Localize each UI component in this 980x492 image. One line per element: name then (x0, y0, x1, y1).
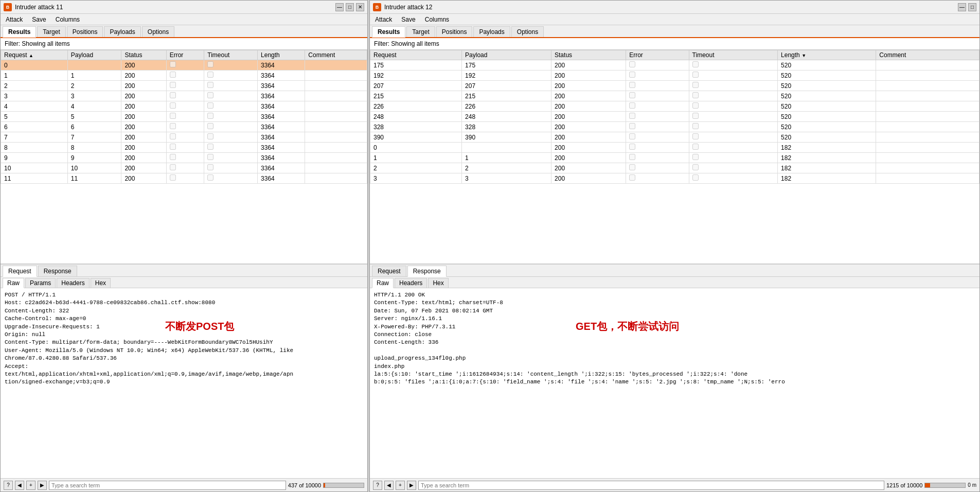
left-maximize-btn[interactable]: □ (346, 3, 354, 11)
right-next-btn[interactable]: ▶ (407, 481, 416, 490)
left-menu-save[interactable]: Save (30, 15, 48, 24)
left-col-request[interactable]: Request ▲ (1, 50, 68, 60)
right-tab-results[interactable]: Results (372, 26, 405, 38)
left-col-payload[interactable]: Payload (67, 50, 121, 60)
right-col-payload[interactable]: Payload (462, 50, 551, 60)
left-subtab-raw[interactable]: Raw (3, 278, 24, 288)
right-menu-save[interactable]: Save (399, 15, 417, 24)
left-table-row[interactable]: 7 7 200 3364 (1, 132, 367, 143)
right-split-section: Request Response Raw Headers Hex HTTP/1.… (370, 263, 979, 478)
left-table-row[interactable]: 2 2 200 3364 (1, 81, 367, 91)
left-resp-tab[interactable]: Response (38, 266, 77, 276)
left-table-row[interactable]: 6 6 200 3364 (1, 122, 367, 132)
right-search-input[interactable] (418, 481, 884, 490)
left-table-row[interactable]: 0 200 3364 (1, 60, 367, 71)
left-col-length[interactable]: Length (258, 50, 305, 60)
left-subtab-headers[interactable]: Headers (57, 278, 89, 288)
left-tab-payloads[interactable]: Payloads (104, 26, 140, 37)
left-table-container[interactable]: Request ▲ Payload Status Error Timeout L… (1, 50, 367, 263)
left-minimize-btn[interactable]: — (335, 3, 344, 11)
right-table-row[interactable]: 328 328 200 520 (370, 122, 979, 132)
left-cell-timeout (204, 101, 258, 112)
left-title-text: Intruder attack 11 (15, 4, 63, 11)
left-table-row[interactable]: 11 11 200 3364 (1, 173, 367, 184)
left-cell-error (166, 163, 204, 173)
right-cell-length: 182 (778, 163, 876, 173)
left-cell-request: 7 (1, 132, 68, 143)
right-cell-timeout (689, 163, 778, 173)
left-table-row[interactable]: 3 3 200 3364 (1, 91, 367, 101)
left-menu-attack[interactable]: Attack (4, 15, 25, 24)
left-next-btn[interactable]: ▶ (38, 481, 47, 490)
left-table-row[interactable]: 10 10 200 3364 (1, 163, 367, 173)
left-help-btn[interactable]: ? (4, 481, 13, 490)
right-table-row[interactable]: 192 192 200 520 (370, 71, 979, 81)
right-maximize-btn[interactable]: □ (968, 3, 976, 11)
right-cell-request: 2 (370, 163, 462, 173)
right-cell-status: 200 (551, 81, 626, 91)
right-table-row[interactable]: 175 175 200 520 (370, 60, 979, 71)
left-table-row[interactable]: 4 4 200 3364 (1, 101, 367, 112)
right-title: B Intruder attack 12 (373, 3, 432, 11)
left-table-row[interactable]: 9 9 200 3364 (1, 153, 367, 163)
left-menu-columns[interactable]: Columns (54, 15, 82, 24)
left-close-btn[interactable]: ✕ (356, 3, 364, 11)
left-col-status[interactable]: Status (121, 50, 166, 60)
left-subtab-params[interactable]: Params (25, 278, 56, 288)
left-col-error[interactable]: Error (166, 50, 204, 60)
left-col-timeout[interactable]: Timeout (204, 50, 258, 60)
right-req-tab[interactable]: Request (372, 266, 406, 276)
right-resp-tab[interactable]: Response (407, 266, 447, 277)
right-col-error[interactable]: Error (626, 50, 689, 60)
left-prev-btn[interactable]: ◀ (15, 481, 24, 490)
right-prev-btn[interactable]: ◀ (384, 481, 394, 490)
right-table-row[interactable]: 215 215 200 520 (370, 91, 979, 101)
left-table-row[interactable]: 8 8 200 3364 (1, 143, 367, 153)
left-req-tab[interactable]: Request (3, 266, 37, 277)
left-search-input[interactable] (49, 481, 286, 490)
right-add-btn[interactable]: + (396, 481, 405, 490)
left-cell-error (166, 60, 204, 71)
left-filter-bar: Filter: Showing all items (1, 38, 367, 50)
left-add-btn[interactable]: + (26, 481, 35, 490)
right-menu-columns[interactable]: Columns (423, 15, 451, 24)
right-tab-target[interactable]: Target (406, 26, 435, 37)
left-table-row[interactable]: 1 1 200 3364 (1, 71, 367, 81)
left-tab-positions[interactable]: Positions (67, 26, 103, 37)
right-col-comment[interactable]: Comment (876, 50, 979, 60)
right-table-row[interactable]: 3 3 200 182 (370, 173, 979, 184)
right-cell-length: 182 (778, 153, 876, 163)
left-tab-target[interactable]: Target (37, 26, 65, 37)
right-col-status[interactable]: Status (551, 50, 626, 60)
right-table-row[interactable]: 248 248 200 520 (370, 112, 979, 122)
right-subtab-headers[interactable]: Headers (395, 278, 427, 288)
right-table-row[interactable]: 390 390 200 520 (370, 132, 979, 143)
right-subtab-raw[interactable]: Raw (372, 278, 394, 288)
right-col-length[interactable]: Length ▼ (778, 50, 876, 60)
right-col-timeout[interactable]: Timeout (689, 50, 778, 60)
left-cell-comment (305, 173, 367, 184)
left-cell-error (166, 112, 204, 122)
right-menu-attack[interactable]: Attack (373, 15, 394, 24)
right-tab-payloads[interactable]: Payloads (473, 26, 510, 37)
right-minimize-btn[interactable]: — (958, 3, 966, 11)
right-help-btn[interactable]: ? (373, 481, 382, 490)
right-tab-positions[interactable]: Positions (436, 26, 473, 37)
right-table-row[interactable]: 2 2 200 182 (370, 163, 979, 173)
right-cell-timeout (689, 122, 778, 132)
right-table-row[interactable]: 207 207 200 520 (370, 81, 979, 91)
right-tab-options[interactable]: Options (511, 26, 544, 37)
left-cell-comment (305, 60, 367, 71)
right-table-row[interactable]: 1 1 200 182 (370, 153, 979, 163)
left-col-comment[interactable]: Comment (305, 50, 367, 60)
right-table-row[interactable]: 0 200 182 (370, 143, 979, 153)
right-subtab-hex[interactable]: Hex (428, 278, 448, 288)
left-subtab-hex[interactable]: Hex (91, 278, 111, 288)
left-table-row[interactable]: 5 5 200 3364 (1, 112, 367, 122)
right-table-container[interactable]: Request Payload Status Error Timeout Len… (370, 50, 979, 263)
left-cell-status: 200 (121, 153, 166, 163)
right-table-row[interactable]: 226 226 200 520 (370, 101, 979, 112)
right-col-request[interactable]: Request (370, 50, 462, 60)
left-tab-results[interactable]: Results (3, 26, 36, 38)
left-tab-options[interactable]: Options (142, 26, 174, 37)
